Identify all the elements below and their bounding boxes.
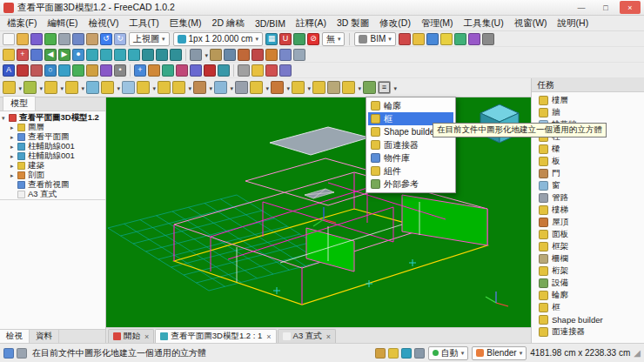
task-item[interactable]: 柵欄	[532, 252, 644, 265]
fit-all-icon[interactable]: ●	[72, 49, 84, 61]
document-tab[interactable]: A3 直式×	[278, 329, 337, 343]
draft-wire-icon[interactable]	[426, 33, 439, 45]
bim-stairs-icon[interactable]	[250, 81, 263, 94]
view-front-icon[interactable]	[100, 49, 112, 61]
menu-item[interactable]: 工具(T)	[124, 16, 164, 31]
sync-selection-icon[interactable]	[30, 49, 43, 61]
menu-item[interactable]: 3D 製圖	[332, 16, 374, 31]
preferences-icon[interactable]	[482, 33, 494, 45]
view-top-icon[interactable]	[114, 49, 126, 61]
bim-window-icon[interactable]	[214, 81, 227, 94]
copy-icon[interactable]	[72, 33, 84, 45]
report-view-icon[interactable]	[17, 348, 27, 359]
menu-option[interactable]: 輪廓	[368, 99, 453, 112]
menu-option[interactable]: 面連接器	[368, 138, 453, 151]
draft-circle-icon[interactable]: ○	[44, 64, 57, 77]
layers-toggle-icon[interactable]	[388, 348, 399, 359]
bim-pipe-icon[interactable]	[235, 81, 248, 94]
tree-expander-icon[interactable]: ▸	[10, 134, 17, 141]
tree-item[interactable]: ▸圖層	[0, 123, 105, 132]
task-item[interactable]: 牆	[532, 106, 644, 118]
task-item[interactable]: 設備	[532, 277, 644, 289]
no-style-icon[interactable]: ⊘	[307, 33, 319, 45]
menu-item[interactable]: 說明(H)	[553, 16, 594, 31]
nav-back-icon[interactable]: ◀	[44, 49, 57, 61]
arch-wall-icon[interactable]	[440, 33, 453, 45]
maximize-button[interactable]: □	[595, 1, 616, 14]
nav-style-combo[interactable]: Blender ▾	[472, 346, 527, 360]
tree-item[interactable]: A3 直式	[0, 190, 105, 199]
draft-rectangle-icon[interactable]	[86, 64, 98, 77]
task-item[interactable]: 面連接器	[532, 325, 644, 338]
draft-offset-icon[interactable]	[162, 64, 174, 77]
bim-space-icon[interactable]	[86, 81, 99, 94]
task-item[interactable]: 板	[532, 155, 644, 167]
tree-expander-icon[interactable]: ▸	[10, 124, 17, 131]
menu-item[interactable]: 修改(D)	[374, 16, 416, 31]
render-icon[interactable]	[454, 33, 466, 45]
menu-item[interactable]: 註釋(A)	[291, 16, 332, 31]
file-new-icon[interactable]	[3, 33, 15, 45]
bim-door-icon[interactable]	[193, 81, 206, 94]
task-item[interactable]: 屋頂	[532, 216, 644, 228]
menu-item[interactable]: 視窗(W)	[509, 16, 553, 31]
dimension-icon[interactable]	[204, 64, 216, 77]
view-left-icon[interactable]	[170, 49, 182, 61]
bim-truss-icon[interactable]	[342, 81, 355, 94]
file-save-icon[interactable]	[30, 33, 43, 45]
working-plane-combo[interactable]: 自動 ▾	[428, 346, 469, 360]
annotation-style-icon[interactable]	[279, 64, 292, 77]
bim-building-icon[interactable]	[44, 81, 57, 94]
menu-item[interactable]: 檢視(V)	[83, 16, 124, 31]
axis-cross-icon[interactable]: +	[17, 49, 29, 61]
nav-forward-icon[interactable]: ▶	[58, 49, 70, 61]
bim-frame-icon[interactable]	[312, 81, 325, 94]
tree-expander-icon[interactable]: ▸	[10, 144, 17, 151]
bim-slab-icon[interactable]	[172, 81, 185, 94]
texture-mode-icon[interactable]	[210, 49, 222, 61]
task-item[interactable]: 窗	[532, 179, 644, 191]
task-item[interactable]: 桁架	[532, 265, 644, 277]
tree-item[interactable]: ▸建築	[0, 161, 105, 171]
minimize-button[interactable]: —	[571, 1, 592, 14]
tree-item[interactable]: ▸剖面	[0, 171, 105, 180]
bim-site-icon[interactable]	[23, 81, 37, 94]
menu-option[interactable]: 物件庫	[368, 151, 453, 164]
working-plane-icon[interactable]	[265, 64, 278, 77]
grid-toggle-icon[interactable]	[401, 348, 412, 359]
bim-wall-icon[interactable]	[101, 81, 114, 94]
task-item[interactable]: 門	[532, 167, 644, 179]
cut-icon[interactable]	[58, 33, 70, 45]
bim-more-tools-icon[interactable]: ≡	[378, 81, 391, 94]
redo-icon[interactable]: ↻	[114, 33, 126, 45]
draft-move-icon[interactable]: +	[134, 64, 146, 77]
menu-item[interactable]: 巨集(M)	[164, 16, 207, 31]
draft-label-icon[interactable]	[218, 64, 230, 77]
view-isometric-icon[interactable]	[86, 49, 98, 61]
autogroup-combo[interactable]: 無▾	[322, 32, 345, 46]
document-tab[interactable]: 開始×	[108, 329, 154, 343]
menu-item[interactable]: 編輯(E)	[42, 16, 83, 31]
paste-icon[interactable]	[86, 33, 98, 45]
close-tab-icon[interactable]: ×	[266, 332, 271, 341]
tree-item[interactable]: ▸柱輔助線001	[0, 142, 105, 151]
bim-curtainwall-icon[interactable]	[122, 81, 135, 94]
crosshair-toggle-icon[interactable]	[414, 348, 425, 359]
bim-level-icon[interactable]	[65, 81, 78, 94]
bim-beam-icon[interactable]	[158, 81, 171, 94]
draft-point-icon[interactable]: •	[114, 64, 126, 77]
draft-array-icon[interactable]	[190, 64, 202, 77]
dock-overlay-icon[interactable]	[293, 49, 305, 61]
close-button[interactable]: ×	[620, 1, 641, 14]
draft-trim-icon[interactable]	[176, 64, 188, 77]
annotation-text-icon[interactable]: A	[3, 64, 15, 77]
refresh-icon[interactable]	[44, 33, 57, 45]
task-item[interactable]: 輪廓	[532, 289, 644, 301]
file-open-icon[interactable]	[17, 33, 29, 45]
layer-icon[interactable]	[252, 64, 264, 77]
toggle-snap-icon[interactable]: U	[279, 33, 292, 45]
draw-style-icon[interactable]	[190, 49, 202, 61]
tree-item[interactable]: ▸柱輔助線001	[0, 151, 105, 161]
tree-expander-icon[interactable]: ▾	[2, 115, 9, 122]
bim-roof-icon[interactable]	[271, 81, 284, 94]
